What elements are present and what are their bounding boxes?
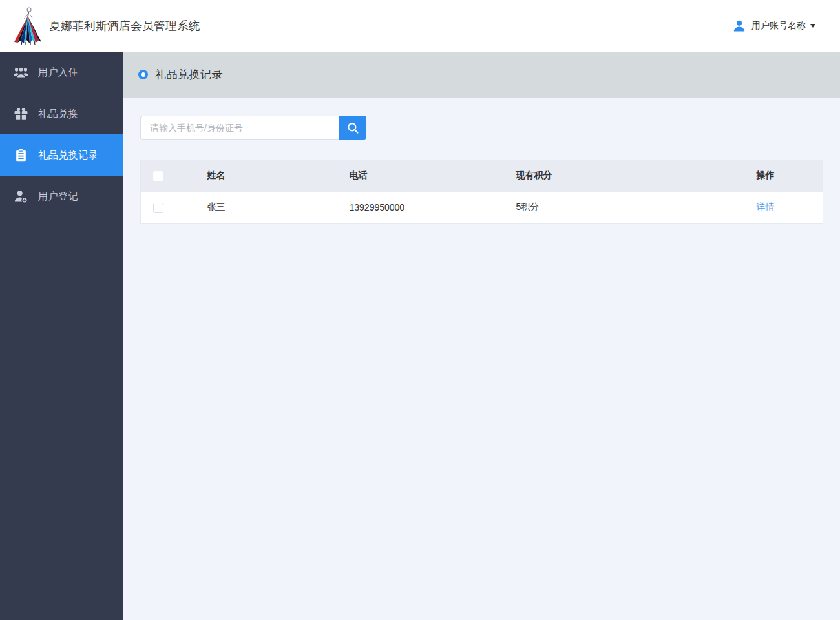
fashion-figure-logo (12, 5, 44, 47)
user-account-dropdown[interactable]: 用户账号名称 (733, 19, 815, 32)
app-header: 夏娜菲利斯酒店会员管理系统 用户账号名称 (0, 0, 840, 52)
sidebar-item-gift-exchange-records[interactable]: 礼品兑换记录 (0, 134, 123, 176)
user-icon (733, 19, 746, 32)
sidebar-item-label: 用户登记 (38, 191, 78, 203)
detail-link[interactable]: 详情 (757, 202, 775, 212)
user-account-name: 用户账号名称 (751, 20, 806, 32)
sidebar-item-user-registration[interactable]: 用户登记 (0, 176, 123, 217)
column-header-name: 姓名 (176, 160, 318, 192)
users-icon (13, 65, 28, 80)
main-content: 礼品兑换记录 姓名 电话 (123, 52, 840, 620)
ring-icon (138, 70, 148, 79)
gift-icon (13, 106, 28, 121)
cell-name: 张三 (176, 192, 318, 224)
page-title: 礼品兑换记录 (155, 67, 223, 82)
clipboard-icon (13, 147, 28, 163)
select-all-checkbox[interactable] (153, 171, 163, 181)
records-table: 姓名 电话 现有积分 操作 张三 13929950000 5积分 详情 (140, 160, 823, 224)
cell-points: 5积分 (485, 192, 725, 224)
page-title-bar: 礼品兑换记录 (123, 52, 840, 98)
column-header-points: 现有积分 (485, 160, 725, 192)
cell-phone: 13929950000 (318, 192, 485, 224)
column-header-phone: 电话 (318, 160, 485, 192)
sidebar-item-label: 用户入住 (38, 67, 78, 79)
table-row: 张三 13929950000 5积分 详情 (141, 192, 823, 224)
search-input[interactable] (140, 116, 339, 140)
sidebar: 用户入住 礼品兑换 (0, 52, 123, 620)
caret-down-icon (810, 24, 815, 28)
column-header-action: 操作 (725, 160, 823, 192)
app-title: 夏娜菲利斯酒店会员管理系统 (49, 18, 200, 34)
search-button[interactable] (339, 116, 366, 140)
search-row (140, 116, 840, 140)
sidebar-item-label: 礼品兑换 (38, 108, 78, 120)
sidebar-item-label: 礼品兑换记录 (38, 149, 98, 161)
search-icon (346, 121, 359, 134)
sidebar-item-user-checkin[interactable]: 用户入住 (0, 52, 123, 93)
user-add-icon (13, 189, 28, 204)
row-checkbox[interactable] (153, 203, 163, 213)
table-header-row: 姓名 电话 现有积分 操作 (141, 160, 823, 192)
sidebar-item-gift-exchange[interactable]: 礼品兑换 (0, 93, 123, 134)
